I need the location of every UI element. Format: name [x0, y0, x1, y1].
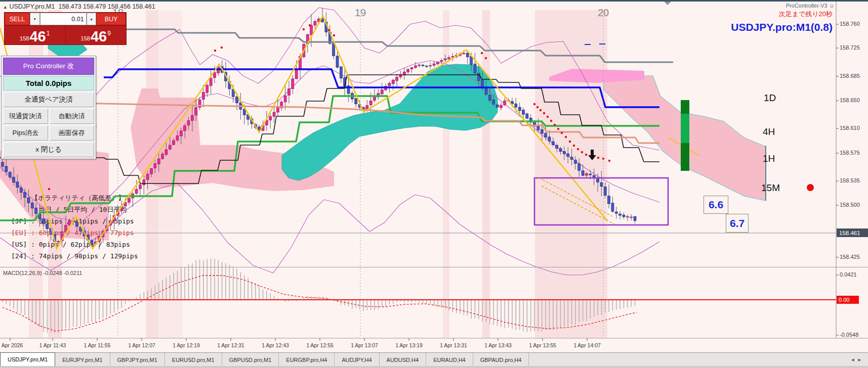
lot-size-input[interactable] [40, 13, 87, 25]
psar-dot [547, 116, 549, 118]
chart-tab-gbpaud-pro-h4[interactable]: GBPAUD.pro,H4 [473, 353, 529, 366]
macd-indicator-label: MACD(12,26,9) -0.0248 -0.0211 [3, 270, 82, 276]
psar-dot [309, 24, 311, 26]
candle-body [310, 25, 313, 35]
price-chart[interactable]: 【ボラティリティ（高低差）】当日 / 5日平均 / 10日平均[JP] : 56… [0, 0, 868, 368]
day-separator-label: 20 [598, 7, 609, 18]
chart-tab-gbpusd-pro-m1[interactable]: GBPUSD.pro,M1 [222, 353, 279, 366]
candle-body [559, 149, 562, 152]
macd-zero-badge: 0.00 [837, 296, 859, 304]
candle-body [76, 222, 78, 226]
pro-controller-header[interactable]: Pro Controller 改 [3, 58, 94, 75]
candle-body [388, 83, 391, 86]
price-axis-label: 158.685 [840, 73, 860, 79]
candle-body [545, 133, 547, 137]
buy-button[interactable]: BUY [96, 13, 126, 25]
chart-tab-audusd-h4[interactable]: AUDUSD,H4 [380, 353, 427, 366]
volatility-line-4: [US] : 0pips / 62pips / 83pips [11, 241, 130, 248]
candle-body [429, 66, 432, 66]
chart-scroll-triangle-icon[interactable] [664, 2, 671, 5]
time-axis-label: 1 Apr 13:19 [395, 342, 423, 348]
buy-price-display[interactable]: 158 46 9 [65, 26, 127, 44]
green-range-bar [681, 100, 689, 114]
candle-body [16, 182, 19, 188]
tab-scroll-right-icon[interactable]: ▸ [858, 356, 861, 363]
candle-body [589, 174, 592, 175]
time-axis-label: 1 Apr 13:43 [484, 342, 512, 348]
candle-body [463, 53, 465, 54]
sell-button[interactable]: SELL [5, 13, 30, 25]
pip-distance-tag[interactable]: 6.7 [726, 214, 749, 233]
candle-body [611, 203, 614, 211]
time-axis-label: 1 Apr 12:43 [262, 342, 289, 348]
candle-body [433, 64, 435, 65]
candle-body [578, 164, 581, 171]
candle-body [585, 174, 588, 175]
psar-dot [585, 154, 587, 156]
candle-body [574, 160, 576, 164]
candle-body [425, 66, 428, 67]
chart-tab-eurjpy-pro-m1[interactable]: EURJPY.pro,M1 [55, 353, 110, 366]
day-separator-label: 19 [355, 7, 366, 18]
buy-price-pipette: 9 [107, 30, 111, 37]
chart-tab-usdjpy-pro-m1[interactable]: USDJPY.pro,M1 [0, 352, 55, 366]
lot-decrease-button[interactable]: ▼ [30, 13, 40, 25]
candle-body [582, 171, 584, 175]
candle-body [287, 88, 290, 95]
tab-scroll-left-icon[interactable]: ◂ [851, 356, 854, 363]
chart-tab-eurusd-pro-m1[interactable]: EURUSD.pro,M1 [165, 353, 222, 366]
auto-close-button[interactable]: 自動決済 [50, 109, 95, 124]
session-band [535, 10, 607, 338]
close-current-pair-button[interactable]: 現通貨決済 [3, 109, 48, 124]
candle-body [369, 101, 372, 105]
candle-body [165, 150, 168, 155]
candle-body [477, 73, 480, 81]
psar-dot [328, 29, 330, 31]
chart-title: ▲ USDJPY.pro,M1 158.473 158.479 158.456 … [3, 3, 155, 10]
chart-tab-eurgbp-pro-h4[interactable]: EURGBP.pro,H4 [279, 353, 335, 366]
candle-body [173, 141, 175, 145]
chart-tab-gbpjpy-pro-m1[interactable]: GBPJPY.pro,M1 [110, 353, 165, 366]
close-all-pairs-button[interactable]: 全通貨ペア決済 [3, 92, 94, 107]
time-axis-label: 1 Apr 11:43 [39, 342, 66, 348]
candle-body [407, 69, 409, 72]
candle-body [35, 208, 37, 213]
candle-body [522, 110, 525, 115]
candle-body [161, 154, 164, 159]
candle-body [440, 60, 443, 61]
candle-body [552, 142, 554, 145]
candle-body [444, 59, 446, 60]
candle-body [537, 126, 540, 130]
sell-price-display[interactable]: 158 46 1 [5, 26, 65, 44]
collapse-triangle-icon[interactable]: ▲ [3, 5, 8, 10]
save-screen-button[interactable]: 画面保存 [50, 125, 95, 141]
candle-body [515, 104, 517, 107]
candle-body [504, 101, 506, 105]
pips-clear-button[interactable]: Pips消去 [3, 125, 48, 141]
sell-price-pipette: 1 [47, 30, 50, 37]
psar-dot [581, 151, 583, 153]
candle-body [567, 154, 569, 157]
tab-scroll-arrows: ◂ ▸ [851, 353, 868, 366]
candle-body [526, 114, 528, 118]
candle-body [176, 135, 179, 140]
candle-body [202, 92, 204, 99]
candle-body [150, 169, 153, 174]
candle-body [563, 152, 565, 154]
pip-distance-tag[interactable]: 6.6 [704, 196, 728, 214]
candle-body [276, 107, 279, 112]
time-axis-label: 1 Apr 13:07 [351, 342, 378, 348]
lot-increase-button[interactable]: ▲ [87, 13, 97, 25]
time-axis-label: 1 Apr 13:31 [440, 342, 467, 348]
psar-dot [536, 106, 539, 108]
chart-tab-euraud-h4[interactable]: EURAUD,H4 [426, 353, 473, 366]
close-panel-button[interactable]: x 閉じる [3, 142, 94, 157]
psar-dot [533, 103, 535, 105]
candle-body [284, 96, 286, 102]
indicator-brand: ProController-V3 ☺ [786, 3, 835, 9]
green-range-bar [681, 143, 689, 171]
chart-tab-audjpy-h4[interactable]: AUDJPY,H4 [335, 353, 379, 366]
time-axis-label: 1 Apr 12:55 [306, 342, 334, 348]
pro-controller-panel: Pro Controller 改 Total 0.0pips 全通貨ペア決済 現… [1, 56, 96, 159]
candle-body [541, 129, 543, 133]
